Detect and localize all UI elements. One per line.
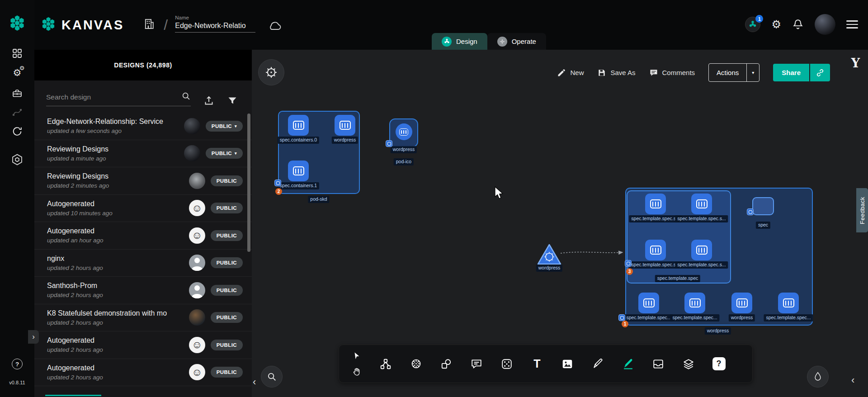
list-item[interactable]: nginxupdated 2 hours ago PUBLIC (34, 250, 252, 277)
visibility-badge[interactable]: PUBLIC (211, 312, 243, 323)
comment-tool-button[interactable] (467, 355, 486, 373)
group-count-badge[interactable]: 3 (626, 268, 633, 275)
visibility-badge[interactable]: PUBLIC (211, 257, 243, 268)
node-spec-containers-1[interactable] (288, 161, 309, 181)
avatar (189, 282, 205, 298)
group-count-badge[interactable]: 1 (622, 321, 628, 327)
sidebar-item-dashboard[interactable] (12, 48, 23, 59)
pan-tool-button[interactable] (350, 366, 363, 378)
collapse-panel-chevron[interactable]: ‹ (253, 377, 256, 387)
new-design-button[interactable]: New (557, 68, 584, 77)
sketch-tool-button[interactable] (589, 355, 607, 373)
list-item[interactable]: Reviewing Designsupdated 2 minutes ago P… (34, 167, 252, 195)
layers-tool-button[interactable] (679, 355, 698, 373)
list-item[interactable]: Autogeneratedupdated an hour ago ☺ PUBLI… (34, 222, 252, 250)
node-spec-containers-0[interactable] (288, 115, 309, 136)
tab-design[interactable]: Design (432, 33, 487, 50)
caret-down-icon[interactable]: ▾ (746, 64, 759, 81)
import-design-icon[interactable] (203, 95, 214, 106)
list-item[interactable]: Autogeneratedupdated 10 minutes ago ☺ PU… (34, 195, 252, 222)
visibility-badge[interactable]: PUBLIC (211, 367, 243, 378)
node-spec-template-0[interactable] (645, 194, 666, 214)
group-count-badge[interactable]: 2 (275, 188, 282, 195)
media-tool-button[interactable] (558, 355, 576, 373)
yaml-toggle-button[interactable]: Y (851, 56, 860, 70)
user-avatar[interactable] (815, 14, 835, 35)
group-shield-badge[interactable] (625, 260, 632, 267)
shapes-tool-button[interactable] (437, 355, 455, 373)
group-shield-badge[interactable] (618, 314, 625, 321)
help-icon[interactable]: ? (12, 359, 23, 369)
design-updated: updated 10 minutes ago (47, 210, 184, 217)
sidebar-item-kanvas-hexagon[interactable] (11, 154, 23, 165)
sidebar-item-relationships[interactable] (12, 107, 23, 118)
node-spec-template-3[interactable] (691, 240, 712, 260)
visibility-badge[interactable]: PUBLIC (211, 285, 243, 296)
filter-icon[interactable] (227, 95, 238, 106)
screenshot-tool-button[interactable] (498, 355, 516, 373)
list-item[interactable]: K8 Statefulset demonstration with moupda… (34, 304, 252, 332)
organization-icon[interactable] (143, 18, 156, 32)
text-tool-icon: T (533, 358, 540, 369)
node-bottom-0[interactable] (638, 293, 659, 313)
list-item[interactable]: Edge-Network-Relationship: Serviceupdate… (34, 113, 252, 140)
visibility-badge[interactable]: PUBLIC (211, 203, 243, 213)
save-as-button[interactable]: Save As (597, 68, 635, 77)
kubernetes-tool-button[interactable] (407, 355, 425, 373)
visibility-badge[interactable]: PUBLIC▾ (206, 148, 243, 159)
design-canvas[interactable]: New Save As Comments Actions ▾ Share Y s… (252, 50, 868, 397)
node-spec[interactable] (752, 197, 774, 215)
tab-operate[interactable]: Operate (487, 33, 546, 50)
list-item[interactable]: Santhosh-Promupdated 2 hours ago PUBLIC (34, 277, 252, 304)
search-input[interactable] (46, 93, 181, 101)
actions-split-button[interactable]: Actions ▾ (708, 63, 760, 82)
node-shield-badge[interactable] (386, 140, 392, 147)
hamburger-menu-icon[interactable] (846, 19, 858, 30)
visibility-badge[interactable]: PUBLIC▾ (206, 121, 243, 132)
notifications-bell-icon[interactable] (792, 19, 804, 30)
subgroup-spec-template-spec[interactable] (627, 190, 731, 284)
node-bottom-2[interactable] (731, 293, 752, 313)
node-spec-template-1[interactable] (691, 194, 712, 214)
zoom-button[interactable] (261, 366, 283, 388)
design-name-input[interactable] (175, 22, 255, 33)
list-scrollbar[interactable] (247, 113, 250, 252)
panel-expand-handle[interactable]: › (28, 330, 39, 344)
list-item[interactable]: Reviewing Designsupdated a minute ago PU… (34, 140, 252, 168)
node-bottom-1[interactable] (684, 293, 705, 313)
node-bottom-3[interactable] (778, 293, 799, 313)
settings-gear-icon[interactable]: ⚙ (771, 19, 781, 30)
node-wordpress-container[interactable] (335, 115, 355, 136)
copy-link-button[interactable] (810, 64, 830, 81)
visibility-badge[interactable]: PUBLIC (211, 340, 243, 350)
cloud-sync-icon[interactable] (267, 20, 282, 33)
node-spec-template-2[interactable] (645, 240, 666, 260)
kubernetes-context-button[interactable] (258, 59, 284, 85)
relationship-edge[interactable] (559, 249, 627, 257)
visibility-badge[interactable]: PUBLIC (211, 175, 243, 186)
group-shield-badge[interactable] (274, 180, 281, 186)
graph-tool-button[interactable] (377, 355, 395, 373)
dock-help-button[interactable]: ? (710, 355, 728, 373)
feedback-tab[interactable]: Feedback (856, 188, 868, 232)
pod-node-wordpress[interactable] (389, 118, 418, 147)
workspace-switcher-button[interactable]: 1 (745, 17, 760, 32)
list-item[interactable]: Autogeneratedupdated 2 hours ago ☺ PUBLI… (34, 359, 252, 387)
collapse-right-chevron[interactable]: ‹ (851, 375, 854, 385)
sidebar-item-performance[interactable] (12, 126, 23, 137)
list-item[interactable]: Autogeneratedupdated 2 hours ago ☺ PUBLI… (34, 331, 252, 359)
node-shield-badge[interactable] (747, 208, 754, 215)
select-tool-button[interactable] (350, 350, 363, 362)
draw-tool-button[interactable] (619, 355, 637, 373)
comments-button[interactable]: Comments (649, 68, 695, 77)
kanvas-rail-logo[interactable] (9, 14, 26, 32)
share-button[interactable]: Share (773, 64, 809, 81)
image-icon (561, 358, 573, 370)
visibility-badge[interactable]: PUBLIC (211, 230, 243, 241)
sidebar-item-toolbox[interactable] (12, 88, 23, 99)
locate-button[interactable] (807, 366, 829, 388)
triangle-node-wordpress[interactable] (537, 243, 562, 268)
components-drawer-button[interactable] (649, 355, 667, 373)
text-tool-button[interactable]: T (528, 355, 546, 373)
sidebar-item-lifecycle[interactable]: ⚙⚙ (13, 68, 22, 77)
